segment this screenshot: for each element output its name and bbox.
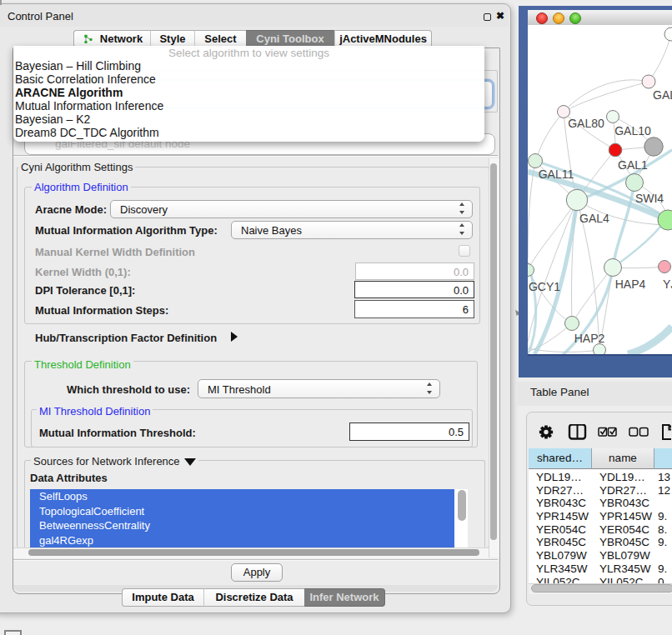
svg-text:GAL4: GAL4 [579, 212, 609, 225]
svg-text:GAL7: GAL7 [653, 88, 672, 102]
svg-text:GAL80: GAL80 [568, 117, 604, 130]
svg-text:GAL10: GAL10 [614, 124, 651, 138]
svg-text:SWI4: SWI4 [635, 192, 664, 205]
svg-text:YJ: YJ [663, 278, 672, 291]
svg-text:HAP4: HAP4 [615, 278, 646, 291]
svg-text:GAL11: GAL11 [539, 168, 574, 181]
svg-text:GCY1: GCY1 [529, 280, 560, 293]
svg-text:GAL1: GAL1 [618, 158, 648, 172]
svg-text:HAP2: HAP2 [574, 332, 605, 345]
